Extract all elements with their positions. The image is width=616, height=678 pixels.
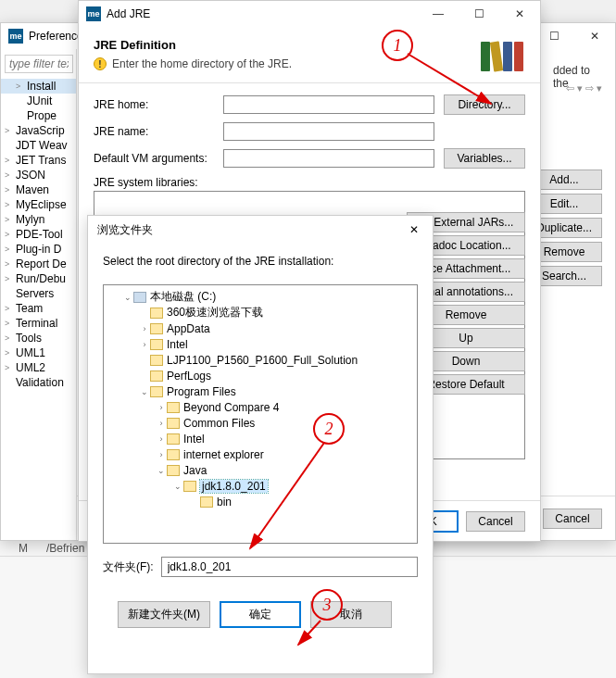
app-icon: me <box>86 6 101 21</box>
browse-titlebar: 浏览文件夹 ✕ <box>88 216 433 244</box>
tree-item[interactable]: >Run/Debu <box>1 271 76 286</box>
jre-home-input[interactable] <box>223 95 434 114</box>
close-button[interactable]: ✕ <box>499 1 540 27</box>
folder-tree-item[interactable]: ⌄Program Files <box>106 383 415 399</box>
jre-name-label: JRE name: <box>94 125 214 138</box>
tree-item[interactable]: >MyEclipse <box>1 197 76 212</box>
tree-item[interactable]: >Plug-in D <box>1 242 76 257</box>
tree-item[interactable]: Servers <box>1 286 76 301</box>
folder-tree-item[interactable]: LJP1100_P1560_P1600_Full_Solution <box>106 352 415 368</box>
cancel-button-2[interactable]: Cancel <box>466 511 525 532</box>
folder-tree-item[interactable]: ›Beyond Compare 4 <box>106 399 415 415</box>
vm-args-input[interactable] <box>223 149 434 168</box>
tree-item[interactable]: JUnit <box>1 94 76 108</box>
folder-input[interactable] <box>161 557 418 577</box>
jre-name-input[interactable] <box>223 122 434 141</box>
filter-input[interactable] <box>5 55 73 73</box>
tree-item[interactable]: JDT Weav <box>1 138 76 153</box>
tree-item[interactable]: >JavaScrip <box>1 123 76 138</box>
tree-item[interactable]: >Mylyn <box>1 212 76 227</box>
close-button[interactable]: ✕ <box>574 23 615 49</box>
new-folder-button[interactable]: 新建文件夹(M) <box>118 601 210 628</box>
preferences-tree[interactable]: >InstallJUnitPrope>JavaScripJDT Weav>JET… <box>1 49 77 540</box>
minimize-button[interactable]: — <box>418 1 459 27</box>
directory-button[interactable]: Directory... <box>444 94 525 115</box>
warning-icon: ! <box>94 57 107 70</box>
folder-tree-item[interactable]: ⌄本地磁盘 (C:) <box>106 289 415 305</box>
jre-header: JRE Definition ! Enter the home director… <box>79 27 540 83</box>
jre-definition-heading: JRE Definition <box>94 38 481 52</box>
books-icon <box>481 38 525 71</box>
jre-subtitle: Enter the home directory of the JRE. <box>112 57 292 70</box>
tree-item[interactable]: >UML1 <box>1 345 76 360</box>
tree-item[interactable]: >Team <box>1 301 76 316</box>
folder-tree-item[interactable]: ⌄Java <box>106 462 415 478</box>
folder-tree-item[interactable]: ›internet explorer <box>106 446 415 462</box>
tree-item[interactable]: >Report De <box>1 257 76 271</box>
folder-tree-item[interactable]: ›Common Files <box>106 415 415 431</box>
folder-tree-item[interactable]: 360极速浏览器下载 <box>106 305 415 320</box>
browse-title: 浏览文件夹 <box>97 222 396 238</box>
browse-message: Select the root directory of the JRE ins… <box>103 255 418 268</box>
folder-tree-item[interactable]: ›AppData <box>106 320 415 336</box>
cancel-button[interactable]: Cancel <box>543 508 602 529</box>
col-header-m: M <box>19 542 46 555</box>
folder-label: 文件夹(F): <box>103 559 154 575</box>
tree-item[interactable]: >PDE-Tool <box>1 227 76 242</box>
close-button[interactable]: ✕ <box>396 216 433 244</box>
tree-item[interactable]: >JSON <box>1 168 76 182</box>
nav-icons[interactable]: ⇦ ▾ ⇨ ▾ <box>566 82 602 94</box>
add-jre-title: Add JRE <box>107 7 418 20</box>
folder-tree-item[interactable]: ›Intel <box>106 431 415 446</box>
add-jre-titlebar: me Add JRE — ☐ ✕ <box>79 1 540 27</box>
folder-tree-item[interactable]: ⌄jdk1.8.0_201 <box>106 478 415 494</box>
folder-tree[interactable]: ⌄本地磁盘 (C:)360极速浏览器下载›AppData›IntelLJP110… <box>103 284 418 544</box>
tree-item[interactable]: >Terminal <box>1 316 76 331</box>
maximize-button[interactable]: ☐ <box>459 1 499 27</box>
app-icon: me <box>8 29 23 44</box>
folder-tree-item[interactable]: ›Intel <box>106 336 415 352</box>
tree-item[interactable]: >Maven <box>1 182 76 197</box>
cancel-button[interactable]: 取消 <box>310 601 392 628</box>
jre-libs-label: JRE system libraries: <box>94 176 525 189</box>
variables-button[interactable]: Variables... <box>444 148 525 169</box>
vm-args-label: Default VM arguments: <box>94 152 214 165</box>
jre-home-label: JRE home: <box>94 98 214 111</box>
tree-item[interactable]: >Tools <box>1 331 76 345</box>
folder-tree-item[interactable]: PerfLogs <box>106 368 415 383</box>
folder-tree-item[interactable]: bin <box>106 494 415 509</box>
tree-item[interactable]: Validation <box>1 375 76 390</box>
ok-button[interactable]: 确定 <box>220 601 301 628</box>
tree-item[interactable]: >UML2 <box>1 360 76 375</box>
tree-item[interactable]: Prope <box>1 108 76 123</box>
col-header-path: /Befrien <box>46 542 84 555</box>
tree-item[interactable]: >Install <box>1 79 76 94</box>
browse-folder-dialog: 浏览文件夹 ✕ Select the root directory of the… <box>87 215 434 674</box>
tree-item[interactable]: >JET Trans <box>1 153 76 168</box>
